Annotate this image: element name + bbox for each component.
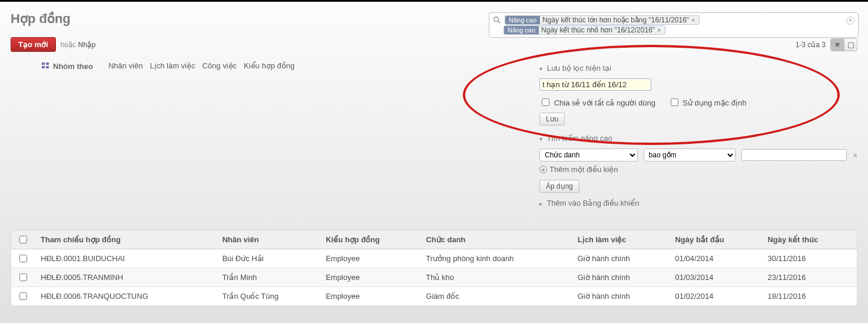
advanced-search-title[interactable]: Tìm kiếm nâng cao	[546, 134, 612, 143]
search-icon	[493, 16, 501, 24]
facet-badge: Nâng cao	[505, 16, 540, 24]
svg-rect-5	[46, 66, 49, 68]
cell-sched: Giờ hành chính	[572, 287, 670, 306]
chevron-down-icon[interactable]	[539, 136, 542, 142]
remove-condition-icon[interactable]: ×	[853, 151, 857, 160]
advanced-value-input[interactable]	[741, 149, 847, 161]
add-to-dashboard-title[interactable]: Thêm vào Bảng điều khiển	[546, 199, 639, 207]
cell-ref: HĐLĐ.0005.TRANMINH	[35, 268, 216, 287]
cell-ctype: Employee	[320, 287, 420, 306]
svg-point-0	[494, 17, 499, 22]
cell-sched: Giờ hành chính	[572, 249, 670, 268]
chevron-down-icon[interactable]	[539, 65, 542, 72]
table-row[interactable]: HĐLĐ.0006.TRANQUOCTUNGTrần Quốc TùngEmpl…	[11, 287, 857, 306]
cell-start: 01/03/2014	[669, 268, 761, 287]
view-switcher: ≡ ▢	[830, 38, 857, 51]
use-default-text: Sử dụng mặc định	[683, 98, 746, 107]
group-by-option[interactable]: Kiểu hợp đồng	[244, 61, 294, 70]
facet-remove-icon[interactable]: ×	[655, 27, 662, 34]
filter-name-input[interactable]	[539, 78, 651, 91]
svg-rect-4	[42, 66, 45, 68]
cell-job: Giám đốc	[420, 287, 571, 306]
advanced-operator-select[interactable]: bao gồm	[644, 149, 736, 162]
import-link[interactable]: Nhập	[78, 41, 95, 49]
cell-start: 01/02/2014	[669, 287, 761, 306]
apply-button[interactable]: Áp dụng	[539, 180, 579, 193]
group-by-label: Nhóm theo	[53, 62, 93, 71]
save-filter-button[interactable]: Lưu	[539, 113, 565, 126]
group-by-option[interactable]: Công việc	[202, 61, 237, 70]
table-row[interactable]: HĐLĐ.0001.BUIDUCHAIBùi Đức HảiEmployeeTr…	[11, 249, 857, 268]
col-sched[interactable]: Lịch làm việc	[572, 230, 670, 249]
cell-emp: Bùi Đức Hải	[216, 249, 320, 268]
col-ctype[interactable]: Kiểu hợp đồng	[320, 230, 420, 249]
select-all-checkbox[interactable]	[19, 236, 27, 243]
search-facet[interactable]: Nâng cao Ngày kết thúc lớn hơn hoặc bằng…	[505, 15, 700, 25]
save-filter-title[interactable]: Lưu bộ lọc hiện tại	[547, 64, 611, 72]
cell-ref: HĐLĐ.0001.BUIDUCHAI	[35, 249, 216, 268]
search-facet[interactable]: Nâng cao Ngày kết thúc nhỏ hơn "16/12/20…	[503, 25, 665, 35]
cell-start: 01/04/2014	[669, 249, 761, 268]
cell-ctype: Employee	[320, 249, 420, 268]
clear-search-icon[interactable]: ×	[846, 17, 854, 25]
col-emp[interactable]: Nhân viên	[216, 230, 320, 249]
svg-line-1	[498, 21, 501, 24]
cell-end: 30/11/2016	[761, 249, 857, 268]
cell-sched: Giờ hành chính	[572, 268, 670, 287]
cell-ctype: Employee	[320, 268, 420, 287]
row-checkbox[interactable]	[19, 273, 27, 281]
row-checkbox[interactable]	[19, 292, 27, 300]
col-job[interactable]: Chức danh	[420, 230, 571, 249]
cell-ref: HĐLĐ.0006.TRANQUOCTUNG	[35, 287, 216, 306]
cell-end: 23/11/2016	[761, 268, 857, 287]
facet-remove-icon[interactable]: ×	[689, 17, 696, 24]
create-button[interactable]: Tạo mới	[11, 37, 56, 52]
search-box[interactable]: Nâng cao Ngày kết thúc lớn hơn hoặc bằng…	[489, 12, 859, 38]
col-start[interactable]: Ngày bắt đầu	[669, 230, 761, 249]
group-by-options: Nhân viên Lịch làm việc Công việc Kiểu h…	[108, 61, 294, 70]
group-by: Nhóm theo	[41, 61, 93, 71]
add-condition-label: Thêm một điều kiện	[549, 165, 618, 174]
pager-text: 1-3 của 3	[796, 41, 826, 49]
annotation-ellipse	[463, 45, 840, 145]
form-view-icon[interactable]: ▢	[844, 39, 857, 51]
facet-badge: Nâng cao	[504, 26, 539, 34]
group-by-option[interactable]: Nhân viên	[108, 61, 143, 70]
col-end[interactable]: Ngày kết thúc	[761, 230, 857, 249]
share-all-text: Chia sẻ với tất cả người dùng	[554, 98, 655, 107]
col-ref[interactable]: Tham chiếu hợp đồng	[35, 230, 216, 249]
svg-rect-2	[42, 62, 45, 65]
or-text: hoặc	[61, 41, 76, 49]
use-default-label[interactable]: Sử dụng mặc định	[668, 98, 747, 107]
add-condition-button[interactable]: +Thêm một điều kiện	[539, 165, 618, 174]
group-by-option[interactable]: Lịch làm việc	[150, 61, 195, 70]
contracts-table: Tham chiếu hợp đồng Nhân viên Kiểu hợp đ…	[11, 230, 857, 306]
share-all-label[interactable]: Chia sẻ với tất cả người dùng	[539, 98, 658, 107]
table-row[interactable]: HĐLĐ.0005.TRANMINHTrần MinhEmployeeThủ k…	[11, 268, 857, 287]
cell-job: Trưởng phòng kinh doanh	[420, 249, 571, 268]
facet-text: Ngày kết thúc nhỏ hơn "16/12/2016"	[541, 26, 655, 34]
cell-emp: Trần Minh	[216, 268, 320, 287]
group-by-icon	[41, 61, 49, 71]
share-all-checkbox[interactable]	[542, 98, 549, 106]
advanced-field-select[interactable]: Chức danh	[539, 149, 638, 162]
cell-job: Thủ kho	[420, 268, 571, 287]
plus-icon: +	[539, 166, 547, 173]
facet-text: Ngày kết thúc lớn hơn hoặc bằng "16/11/2…	[542, 16, 689, 24]
import-hint: hoặc Nhập	[61, 41, 96, 49]
row-checkbox[interactable]	[19, 255, 27, 262]
list-view-icon[interactable]: ≡	[831, 39, 844, 51]
use-default-checkbox[interactable]	[671, 98, 678, 106]
chevron-right-icon[interactable]	[539, 200, 542, 207]
cell-emp: Trần Quốc Tùng	[216, 287, 320, 306]
cell-end: 18/11/2016	[761, 287, 857, 306]
svg-rect-3	[46, 62, 49, 65]
